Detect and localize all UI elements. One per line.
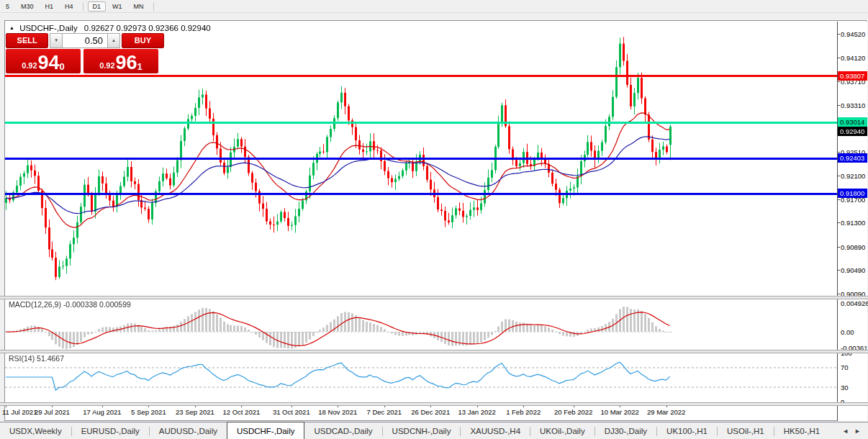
mt5-window: { "toolbar": { "timeframes": ["5","M30",… — [0, 0, 868, 439]
time-axis-label: 23 Sep 2021 — [176, 408, 214, 416]
timeframe-button-h4[interactable]: H4 — [60, 1, 78, 12]
rsi-axis-label: 30 — [841, 383, 849, 391]
tab-scroll-buttons: ◄► — [839, 422, 868, 439]
time-axis-label: 26 Dec 2021 — [411, 408, 450, 416]
price-axis-label: 0.90490 — [841, 266, 865, 274]
chart-tab-usdcnh-daily[interactable]: USDCNH-,Daily — [383, 422, 461, 439]
sell-button[interactable]: SELL — [6, 33, 48, 48]
buy-price-big: 96 — [116, 53, 137, 72]
macd-pane-splitter[interactable] — [0, 296, 868, 299]
axis-tick-mark — [837, 199, 840, 200]
rsi-axis-label: 70 — [841, 363, 849, 371]
axis-tick-mark — [837, 222, 840, 223]
price-axis-label: 0.92100 — [841, 172, 865, 180]
chart-title: ▲ USDCHF-,Daily 0.92627 0.92973 0.92366 … — [9, 24, 211, 32]
toolbar-separator — [83, 2, 83, 11]
price-axis-label: 0.91300 — [841, 219, 865, 227]
time-axis-label: 7 Dec 2021 — [366, 408, 402, 416]
time-axis-label: 13 Jan 2022 — [458, 408, 496, 416]
time-axis-label: 20 Feb 2022 — [554, 408, 592, 416]
toolbar-separator — [153, 2, 154, 11]
collapse-triangle-icon[interactable]: ▲ — [9, 25, 14, 30]
time-axis-label: 1 Feb 2022 — [506, 408, 541, 416]
buy-price-small: 0.92 — [99, 61, 114, 70]
time-axis-label: 10 Mar 2022 — [600, 408, 638, 416]
rsi-label: RSI(14) 51.4667 — [9, 354, 64, 363]
price-level-badge: 0.93807 — [838, 71, 867, 81]
timeframe-button-w1[interactable]: W1 — [107, 1, 127, 12]
sell-price-panel[interactable]: 0.92 94 0 — [6, 49, 81, 73]
time-axis-label: 5 Sep 2021 — [131, 408, 166, 416]
macd-axis-label: 0.004926 — [841, 299, 868, 307]
time-axis-label: 17 Aug 2021 — [83, 408, 121, 416]
chart-tab-audusd-daily[interactable]: AUDUSD-,Daily — [150, 422, 227, 439]
price-level-badge: 0.91800 — [838, 189, 867, 198]
chart-tab-usdchf-daily[interactable]: USDCHF-,Daily — [227, 422, 305, 439]
volume-input[interactable] — [63, 33, 107, 48]
tab-scroll-left-icon[interactable]: ◄ — [839, 427, 851, 435]
price-chart-canvas[interactable] — [5, 22, 837, 405]
price-axis-label: 0.94120 — [841, 53, 865, 61]
one-click-trading-widget: SELL ▼ ▲ BUY 0.92 94 0 0.92 96 1 — [6, 33, 164, 73]
chart-tab-ukoil-daily[interactable]: UKOil-,Daily — [530, 422, 595, 439]
chart-tab-eurusd-daily[interactable]: EURUSD-,Daily — [72, 422, 149, 439]
sell-price-small: 0.92 — [22, 61, 37, 70]
time-axis-label: 18 Nov 2021 — [318, 408, 357, 416]
sell-price-big: 94 — [38, 53, 60, 72]
sell-price-sup: 0 — [60, 61, 65, 72]
axis-tick-mark — [837, 81, 840, 82]
buy-price-sup: 1 — [137, 61, 143, 72]
chart-ohlc-values: 0.92627 0.92973 0.92366 0.92940 — [84, 24, 211, 32]
timeframe-button-5[interactable]: 5 — [1, 1, 14, 12]
timescale-splitter[interactable] — [0, 402, 868, 406]
chart-symbol-label: USDCHF-,Daily — [19, 24, 78, 32]
chart-tab-usdcad-daily[interactable]: USDCAD-,Daily — [304, 422, 381, 439]
current-price-badge: 0.92940 — [838, 127, 867, 136]
price-level-badge: 0.92403 — [838, 153, 867, 163]
price-axis-label: 0.93310 — [841, 101, 865, 109]
chart-tab-hk50-h1[interactable]: HK50-,H1 — [774, 422, 830, 439]
chart-tab-xauusd-h4[interactable]: XAUUSD-,H4 — [461, 422, 530, 439]
time-axis-label: 29 Jul 2021 — [35, 408, 70, 416]
volume-increase-button[interactable]: ▲ — [107, 33, 120, 48]
macd-values: -0.000338 0.000599 — [63, 300, 131, 309]
chart-tab-usoil-h1[interactable]: USOil-,H1 — [718, 422, 774, 439]
axis-tick-mark — [837, 58, 840, 58]
timeframe-button-m30[interactable]: M30 — [16, 1, 39, 12]
chart-tab-uk100-h1[interactable]: UK100-,H1 — [657, 422, 717, 439]
time-axis-label: 11 Jul 2021 — [2, 408, 37, 416]
timeframe-toolbar: 5M30H1H4D1W1MN — [0, 0, 868, 13]
timeframe-button-d1[interactable]: D1 — [88, 1, 107, 12]
price-axis-label: 0.94520 — [841, 30, 865, 38]
axis-tick-mark — [837, 105, 840, 106]
axis-tick-mark — [837, 247, 840, 248]
time-axis-label: 31 Oct 2021 — [273, 408, 310, 416]
axis-tick-mark — [837, 176, 840, 176]
axis-tick-mark — [837, 294, 840, 294]
price-axis-label: 0.90890 — [841, 243, 865, 250]
price-level-line-0.92403[interactable] — [5, 158, 837, 160]
price-level-line-0.93014[interactable] — [5, 122, 837, 124]
volume-decrease-button[interactable]: ▼ — [50, 33, 63, 48]
time-axis-label: 12 Oct 2021 — [222, 408, 260, 416]
buy-button[interactable]: BUY — [122, 33, 164, 48]
rsi-pane-splitter[interactable] — [0, 350, 868, 353]
buy-price-panel[interactable]: 0.92 96 1 — [83, 49, 158, 73]
axis-tick-mark — [837, 152, 840, 153]
chart-tab-usdx-weekly[interactable]: USDX,Weekly — [0, 422, 71, 439]
tab-scroll-right-icon[interactable]: ► — [851, 427, 864, 435]
price-level-line-0.91800[interactable] — [5, 193, 837, 195]
time-axis-label: 29 Mar 2022 — [647, 408, 685, 416]
chart-tab-bar: USDX,WeeklyEURUSD-,DailyAUDUSD-,DailyUSD… — [0, 422, 868, 439]
macd-axis-label: 0.00 — [841, 328, 854, 336]
timeframe-button-h1[interactable]: H1 — [40, 1, 59, 12]
price-level-line-0.93807[interactable] — [5, 75, 837, 77]
axis-tick-mark — [837, 34, 840, 35]
axis-tick-mark — [837, 270, 840, 271]
timeframe-button-mn[interactable]: MN — [129, 1, 149, 12]
price-level-badge: 0.93014 — [838, 117, 867, 127]
macd-label: MACD(12,26,9) -0.000338 0.000599 — [9, 300, 131, 309]
chart-tab-dj30-daily[interactable]: DJ30-,Daily — [595, 422, 656, 439]
